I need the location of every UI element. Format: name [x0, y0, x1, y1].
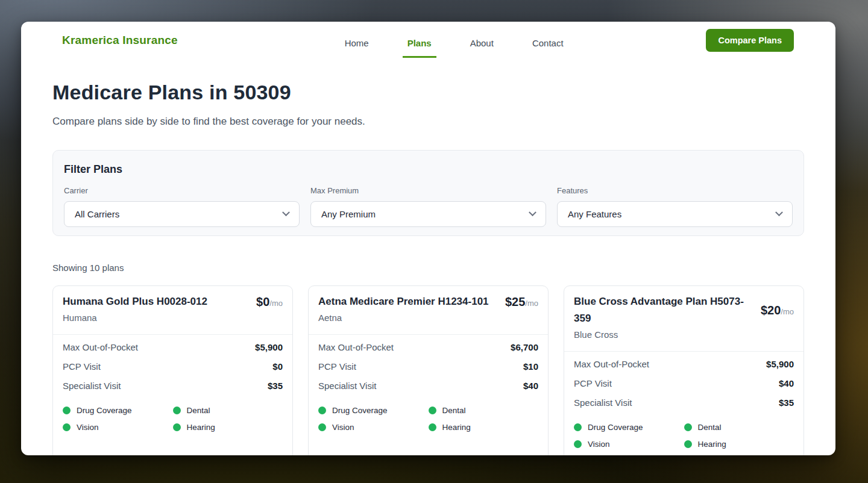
detail-label: PCP Visit: [63, 361, 101, 372]
feature-label: Vision: [77, 423, 99, 432]
brand-logo[interactable]: Kramerica Insurance: [62, 34, 178, 47]
feature-label: Drug Coverage: [77, 406, 132, 415]
plan-head: Blue Cross Advantage Plan H5073-359 $20/…: [564, 286, 804, 352]
plan-price: $0/mo: [256, 295, 283, 309]
feature-dot-icon: [574, 423, 582, 431]
feature-dot-icon: [684, 423, 692, 431]
detail-label: Specialist Visit: [63, 381, 121, 391]
detail-value: $35: [779, 397, 794, 408]
max-premium-select-value: Any Premium: [321, 209, 376, 219]
plan-card-blue-cross: Blue Cross Advantage Plan H5073-359 $20/…: [564, 285, 804, 455]
detail-label: Specialist Visit: [318, 381, 376, 391]
price-amount: $0: [256, 295, 269, 308]
detail-row-pcp: PCP Visit $10: [318, 357, 538, 376]
detail-value: $0: [272, 361, 283, 372]
carrier-select[interactable]: All Carriers: [64, 201, 300, 227]
feature-dot-icon: [318, 407, 326, 414]
detail-row-moop: Max Out-of-Pocket $5,900: [63, 337, 283, 357]
features-label: Features: [557, 186, 793, 196]
plan-carrier: Humana: [63, 311, 283, 325]
nav-item-plans[interactable]: Plans: [403, 33, 436, 58]
browser-page: Kramerica Insurance Home Plans About Con…: [21, 22, 835, 455]
detail-row-specialist: Specialist Visit $35: [574, 393, 794, 412]
feature-dot-icon: [173, 423, 181, 431]
max-premium-select[interactable]: Any Premium: [310, 201, 546, 227]
filter-field-max-premium: Max Premium Any Premium: [310, 186, 546, 227]
feature-item: Dental: [684, 419, 794, 435]
compare-plans-button[interactable]: Compare Plans: [706, 29, 794, 52]
price-suffix: /mo: [781, 307, 794, 316]
hero-section: Medicare Plans in 50309 Compare plans si…: [21, 79, 835, 129]
feature-dot-icon: [63, 423, 71, 431]
carrier-select-value: All Carriers: [75, 209, 119, 219]
plan-head: Humana Gold Plus H0028-012 $0/mo Humana: [53, 286, 292, 335]
plan-features: Drug Coverage Dental Vision Hearing: [564, 413, 804, 455]
chevron-down-icon: [282, 208, 290, 216]
features-select[interactable]: Any Features: [557, 201, 793, 227]
plans-grid: Humana Gold Plus H0028-012 $0/mo Humana …: [52, 285, 804, 443]
detail-row-pcp: PCP Visit $0: [63, 357, 283, 376]
feature-label: Dental: [187, 406, 210, 415]
feature-dot-icon: [574, 440, 582, 448]
feature-dot-icon: [63, 407, 71, 414]
results-count: Showing 10 plans: [52, 261, 804, 275]
detail-row-specialist: Specialist Visit $35: [63, 376, 283, 395]
max-premium-label: Max Premium: [310, 186, 546, 196]
feature-dot-icon: [173, 407, 181, 414]
page-subtitle: Compare plans side by side to find the b…: [52, 114, 804, 129]
price-amount: $20: [761, 304, 781, 317]
filter-field-features: Features Any Features: [557, 186, 793, 227]
plan-price: $25/mo: [505, 295, 538, 309]
detail-row-moop: Max Out-of-Pocket $5,900: [574, 354, 794, 373]
feature-item: Vision: [318, 419, 429, 435]
chevron-down-icon: [529, 208, 536, 216]
feature-label: Hearing: [698, 440, 726, 449]
carrier-label: Carrier: [64, 186, 300, 196]
feature-label: Vision: [588, 440, 610, 449]
nav-item-home[interactable]: Home: [340, 33, 374, 58]
plan-carrier: Aetna: [318, 311, 538, 325]
plan-details: Max Out-of-Pocket $5,900 PCP Visit $40 S…: [564, 352, 804, 413]
detail-value: $5,900: [255, 342, 283, 352]
chevron-down-icon: [775, 208, 783, 216]
feature-label: Hearing: [187, 423, 215, 432]
filter-field-carrier: Carrier All Carriers: [64, 186, 300, 227]
detail-label: Max Out-of-Pocket: [63, 342, 138, 352]
feature-item: Vision: [574, 435, 684, 452]
plan-features: Drug Coverage Dental Vision Hearing: [309, 396, 548, 444]
feature-dot-icon: [318, 423, 326, 431]
plan-card-aetna: Aetna Medicare Premier H1234-101 $25/mo …: [308, 285, 549, 455]
feature-dot-icon: [429, 423, 436, 431]
plan-features: Drug Coverage Dental Vision Hearing: [53, 396, 292, 444]
detail-label: Max Out-of-Pocket: [574, 359, 649, 369]
feature-item: Hearing: [684, 435, 794, 452]
detail-value: $40: [523, 381, 538, 391]
plan-details: Max Out-of-Pocket $5,900 PCP Visit $0 Sp…: [53, 335, 292, 396]
feature-label: Drug Coverage: [332, 406, 388, 415]
feature-item: Hearing: [173, 419, 283, 435]
detail-row-pcp: PCP Visit $40: [574, 373, 794, 393]
plan-name: Blue Cross Advantage Plan H5073-359: [574, 293, 761, 327]
detail-row-specialist: Specialist Visit $40: [318, 376, 538, 395]
feature-item: Drug Coverage: [574, 419, 684, 435]
filter-panel: Filter Plans Carrier All Carriers Max Pr…: [52, 150, 804, 236]
feature-item: Dental: [173, 402, 283, 419]
plan-details: Max Out-of-Pocket $6,700 PCP Visit $10 S…: [309, 335, 548, 396]
filter-panel-title: Filter Plans: [64, 162, 793, 177]
feature-dot-icon: [429, 407, 436, 414]
price-suffix: /mo: [269, 299, 283, 308]
detail-value: $5,900: [766, 359, 794, 369]
feature-dot-icon: [684, 440, 692, 448]
feature-item: Vision: [63, 419, 173, 435]
detail-value: $10: [523, 361, 538, 372]
feature-item: Hearing: [429, 419, 539, 435]
plan-name: Humana Gold Plus H0028-012: [63, 293, 256, 310]
feature-label: Dental: [442, 406, 466, 415]
feature-item: Drug Coverage: [63, 402, 173, 419]
feature-label: Hearing: [442, 423, 471, 432]
nav-item-contact[interactable]: Contact: [527, 33, 568, 58]
detail-value: $6,700: [511, 342, 538, 352]
plan-carrier: Blue Cross: [574, 328, 794, 342]
detail-label: PCP Visit: [574, 378, 612, 388]
nav-item-about[interactable]: About: [465, 33, 498, 58]
